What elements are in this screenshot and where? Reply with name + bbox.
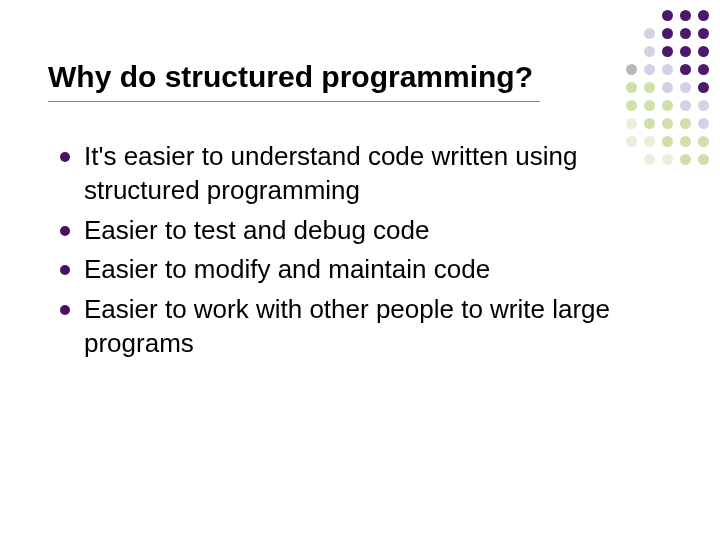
bullet-icon	[60, 152, 70, 162]
slide: Why do structured programming? It's easi…	[0, 0, 720, 540]
bullet-icon	[60, 305, 70, 315]
bullet-text: It's easier to understand code written u…	[84, 140, 670, 208]
title-area: Why do structured programming?	[48, 60, 540, 102]
list-item: Easier to work with other people to writ…	[60, 293, 670, 361]
bullet-icon	[60, 265, 70, 275]
bullet-text: Easier to modify and maintain code	[84, 253, 490, 287]
bullet-text: Easier to test and debug code	[84, 214, 429, 248]
list-item: Easier to test and debug code	[60, 214, 670, 248]
bullet-text: Easier to work with other people to writ…	[84, 293, 670, 361]
bullet-icon	[60, 226, 70, 236]
slide-body: It's easier to understand code written u…	[60, 140, 670, 367]
list-item: Easier to modify and maintain code	[60, 253, 670, 287]
list-item: It's easier to understand code written u…	[60, 140, 670, 208]
slide-title: Why do structured programming?	[48, 60, 540, 95]
